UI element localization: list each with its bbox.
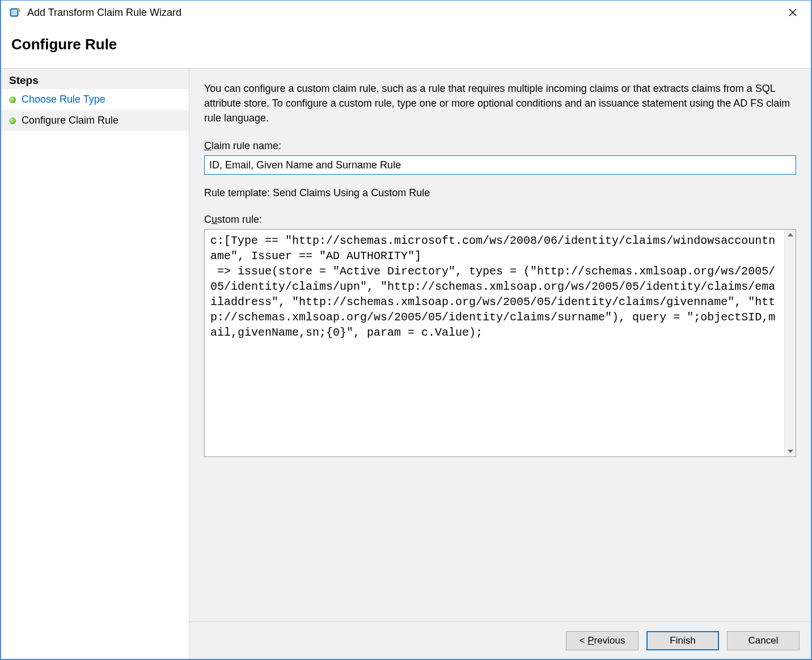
intro-text: You can configure a custom claim rule, s… (204, 81, 796, 125)
claim-rule-name-input[interactable] (204, 155, 796, 175)
custom-rule-textarea[interactable] (205, 230, 784, 456)
step-label: Configure Claim Rule (22, 115, 119, 126)
rule-template-label: Rule template: Send Claims Using a Custo… (204, 187, 796, 199)
steps-sidebar: Steps Choose Rule Type Configure Claim R… (1, 69, 189, 659)
svg-rect-1 (11, 10, 17, 15)
step-configure-claim-rule[interactable]: Configure Claim Rule (1, 110, 189, 131)
step-bullet-icon (9, 96, 16, 103)
close-button[interactable] (779, 3, 806, 22)
button-bar: < Previous Finish Cancel (189, 621, 811, 659)
content-area: You can configure a custom claim rule, s… (189, 69, 811, 621)
finish-button[interactable]: Finish (646, 631, 719, 650)
step-bullet-icon (9, 117, 16, 124)
wizard-window: Add Transform Claim Rule Wizard Configur… (0, 0, 812, 660)
custom-rule-label: Custom rule: (204, 214, 796, 226)
window-title: Add Transform Claim Rule Wizard (27, 7, 779, 19)
scroll-down-icon[interactable] (785, 446, 796, 456)
scroll-up-icon[interactable] (785, 230, 796, 240)
steps-heading: Steps (1, 69, 189, 89)
step-choose-rule-type[interactable]: Choose Rule Type (1, 89, 189, 110)
cancel-button[interactable]: Cancel (727, 631, 800, 650)
wizard-icon (9, 6, 22, 19)
main-panel: You can configure a custom claim rule, s… (189, 69, 811, 659)
wizard-body: Steps Choose Rule Type Configure Claim R… (1, 68, 811, 659)
textarea-scrollbar[interactable] (784, 230, 796, 456)
titlebar: Add Transform Claim Rule Wizard (1, 1, 811, 24)
step-label: Choose Rule Type (22, 94, 105, 105)
close-icon (789, 9, 797, 16)
claim-rule-name-label: Claim rule name: (204, 140, 796, 152)
custom-rule-textarea-wrap (204, 229, 796, 457)
page-title: Configure Rule (11, 36, 801, 53)
previous-button[interactable]: < Previous (566, 631, 638, 650)
page-header: Configure Rule (1, 24, 811, 68)
